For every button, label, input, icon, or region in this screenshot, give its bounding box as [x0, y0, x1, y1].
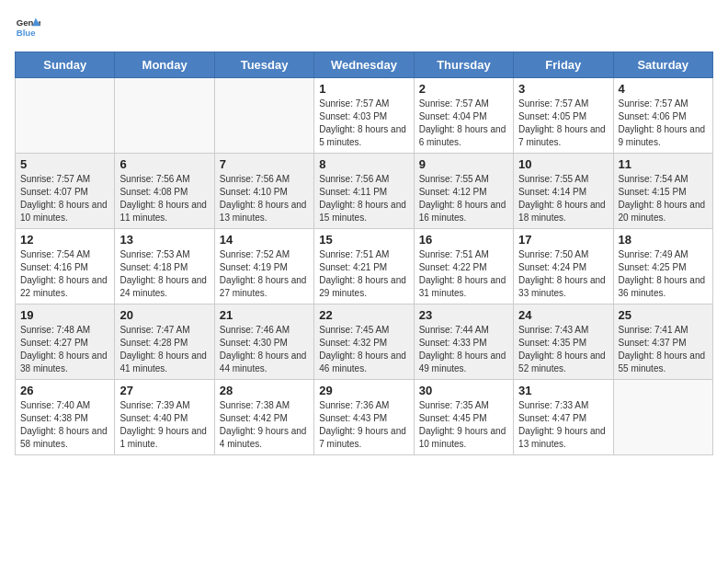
day-number: 10: [518, 157, 608, 171]
day-number: 4: [619, 82, 708, 96]
calendar-cell: 25Sunrise: 7:41 AM Sunset: 4:37 PM Dayli…: [613, 304, 712, 380]
day-number: 12: [20, 233, 109, 247]
cell-content: Sunrise: 7:41 AM Sunset: 4:37 PM Dayligh…: [619, 324, 708, 375]
calendar-cell: 23Sunrise: 7:44 AM Sunset: 4:33 PM Dayli…: [414, 304, 513, 380]
day-header-sunday: Sunday: [16, 52, 115, 78]
calendar-cell: 14Sunrise: 7:52 AM Sunset: 4:19 PM Dayli…: [214, 229, 313, 304]
calendar-cell: 20Sunrise: 7:47 AM Sunset: 4:28 PM Dayli…: [115, 304, 214, 380]
cell-content: Sunrise: 7:55 AM Sunset: 4:12 PM Dayligh…: [419, 173, 508, 224]
day-number: 14: [220, 233, 309, 247]
cell-content: Sunrise: 7:57 AM Sunset: 4:03 PM Dayligh…: [319, 98, 408, 149]
day-header-monday: Monday: [115, 52, 214, 78]
day-number: 8: [319, 157, 408, 171]
calendar-table: SundayMondayTuesdayWednesdayThursdayFrid…: [15, 52, 713, 455]
day-number: 5: [20, 157, 109, 171]
cell-content: Sunrise: 7:38 AM Sunset: 4:42 PM Dayligh…: [220, 399, 309, 451]
page-header: General Blue: [15, 15, 713, 40]
logo-icon: General Blue: [15, 15, 40, 40]
calendar-cell: 5Sunrise: 7:57 AM Sunset: 4:07 PM Daylig…: [16, 154, 115, 229]
day-number: 6: [119, 157, 209, 171]
cell-content: Sunrise: 7:57 AM Sunset: 4:04 PM Dayligh…: [419, 98, 508, 149]
cell-content: Sunrise: 7:51 AM Sunset: 4:22 PM Dayligh…: [419, 248, 508, 300]
calendar-cell: [16, 78, 115, 154]
cell-content: Sunrise: 7:48 AM Sunset: 4:27 PM Dayligh…: [20, 324, 109, 375]
cell-content: Sunrise: 7:44 AM Sunset: 4:33 PM Dayligh…: [419, 324, 508, 375]
cell-content: Sunrise: 7:49 AM Sunset: 4:25 PM Dayligh…: [619, 248, 708, 300]
calendar-cell: 10Sunrise: 7:55 AM Sunset: 4:14 PM Dayli…: [514, 154, 613, 229]
day-number: 22: [319, 308, 408, 322]
cell-content: Sunrise: 7:54 AM Sunset: 4:16 PM Dayligh…: [20, 248, 109, 300]
week-row-3: 12Sunrise: 7:54 AM Sunset: 4:16 PM Dayli…: [16, 229, 713, 304]
cell-content: Sunrise: 7:47 AM Sunset: 4:28 PM Dayligh…: [119, 324, 209, 375]
day-header-saturday: Saturday: [613, 52, 712, 78]
calendar-cell: [115, 78, 214, 154]
cell-content: Sunrise: 7:56 AM Sunset: 4:11 PM Dayligh…: [319, 173, 408, 224]
cell-content: Sunrise: 7:45 AM Sunset: 4:32 PM Dayligh…: [319, 324, 408, 375]
calendar-cell: 8Sunrise: 7:56 AM Sunset: 4:11 PM Daylig…: [314, 154, 414, 229]
calendar-cell: 31Sunrise: 7:33 AM Sunset: 4:47 PM Dayli…: [514, 380, 613, 455]
day-number: 17: [518, 233, 608, 247]
cell-content: Sunrise: 7:40 AM Sunset: 4:38 PM Dayligh…: [20, 399, 109, 451]
week-row-2: 5Sunrise: 7:57 AM Sunset: 4:07 PM Daylig…: [16, 154, 713, 229]
cell-content: Sunrise: 7:57 AM Sunset: 4:06 PM Dayligh…: [619, 98, 708, 149]
day-number: 9: [419, 157, 508, 171]
day-number: 16: [419, 233, 508, 247]
day-header-tuesday: Tuesday: [214, 52, 313, 78]
calendar-cell: 15Sunrise: 7:51 AM Sunset: 4:21 PM Dayli…: [314, 229, 414, 304]
day-number: 18: [619, 233, 708, 247]
calendar-cell: 24Sunrise: 7:43 AM Sunset: 4:35 PM Dayli…: [514, 304, 613, 380]
calendar-cell: 7Sunrise: 7:56 AM Sunset: 4:10 PM Daylig…: [214, 154, 313, 229]
calendar-cell: 4Sunrise: 7:57 AM Sunset: 4:06 PM Daylig…: [613, 78, 712, 154]
day-number: 15: [319, 233, 408, 247]
logo: General Blue: [15, 15, 40, 40]
day-number: 25: [619, 308, 708, 322]
cell-content: Sunrise: 7:43 AM Sunset: 4:35 PM Dayligh…: [518, 324, 608, 375]
cell-content: Sunrise: 7:35 AM Sunset: 4:45 PM Dayligh…: [419, 399, 508, 451]
calendar-cell: 26Sunrise: 7:40 AM Sunset: 4:38 PM Dayli…: [16, 380, 115, 455]
cell-content: Sunrise: 7:52 AM Sunset: 4:19 PM Dayligh…: [220, 248, 309, 300]
day-number: 24: [518, 308, 608, 322]
calendar-cell: 29Sunrise: 7:36 AM Sunset: 4:43 PM Dayli…: [314, 380, 414, 455]
day-number: 21: [220, 308, 309, 322]
calendar-cell: 27Sunrise: 7:39 AM Sunset: 4:40 PM Dayli…: [115, 380, 214, 455]
day-number: 27: [119, 384, 209, 397]
calendar-header-row: SundayMondayTuesdayWednesdayThursdayFrid…: [16, 52, 713, 78]
day-number: 3: [518, 82, 608, 96]
calendar-cell: 2Sunrise: 7:57 AM Sunset: 4:04 PM Daylig…: [414, 78, 513, 154]
week-row-5: 26Sunrise: 7:40 AM Sunset: 4:38 PM Dayli…: [16, 380, 713, 455]
day-number: 29: [319, 384, 408, 397]
day-number: 20: [119, 308, 209, 322]
calendar-cell: 17Sunrise: 7:50 AM Sunset: 4:24 PM Dayli…: [514, 229, 613, 304]
day-number: 2: [419, 82, 508, 96]
cell-content: Sunrise: 7:39 AM Sunset: 4:40 PM Dayligh…: [119, 399, 209, 451]
calendar-cell: 21Sunrise: 7:46 AM Sunset: 4:30 PM Dayli…: [214, 304, 313, 380]
calendar-cell: 30Sunrise: 7:35 AM Sunset: 4:45 PM Dayli…: [414, 380, 513, 455]
calendar-cell: 28Sunrise: 7:38 AM Sunset: 4:42 PM Dayli…: [214, 380, 313, 455]
cell-content: Sunrise: 7:57 AM Sunset: 4:05 PM Dayligh…: [518, 98, 608, 149]
calendar-cell: [214, 78, 313, 154]
calendar-cell: 18Sunrise: 7:49 AM Sunset: 4:25 PM Dayli…: [613, 229, 712, 304]
cell-content: Sunrise: 7:56 AM Sunset: 4:10 PM Dayligh…: [220, 173, 309, 224]
cell-content: Sunrise: 7:53 AM Sunset: 4:18 PM Dayligh…: [119, 248, 209, 300]
calendar-cell: 1Sunrise: 7:57 AM Sunset: 4:03 PM Daylig…: [314, 78, 414, 154]
day-number: 31: [518, 384, 608, 397]
cell-content: Sunrise: 7:46 AM Sunset: 4:30 PM Dayligh…: [220, 324, 309, 375]
svg-text:Blue: Blue: [17, 28, 36, 38]
day-number: 7: [220, 157, 309, 171]
calendar-cell: 6Sunrise: 7:56 AM Sunset: 4:08 PM Daylig…: [115, 154, 214, 229]
cell-content: Sunrise: 7:55 AM Sunset: 4:14 PM Dayligh…: [518, 173, 608, 224]
day-header-friday: Friday: [514, 52, 613, 78]
cell-content: Sunrise: 7:33 AM Sunset: 4:47 PM Dayligh…: [518, 399, 608, 451]
cell-content: Sunrise: 7:57 AM Sunset: 4:07 PM Dayligh…: [20, 173, 109, 224]
day-number: 1: [319, 82, 408, 96]
day-number: 13: [119, 233, 209, 247]
calendar-cell: 19Sunrise: 7:48 AM Sunset: 4:27 PM Dayli…: [16, 304, 115, 380]
calendar-cell: 12Sunrise: 7:54 AM Sunset: 4:16 PM Dayli…: [16, 229, 115, 304]
day-header-wednesday: Wednesday: [314, 52, 414, 78]
calendar-cell: 3Sunrise: 7:57 AM Sunset: 4:05 PM Daylig…: [514, 78, 613, 154]
day-number: 23: [419, 308, 508, 322]
calendar-cell: 9Sunrise: 7:55 AM Sunset: 4:12 PM Daylig…: [414, 154, 513, 229]
cell-content: Sunrise: 7:36 AM Sunset: 4:43 PM Dayligh…: [319, 399, 408, 451]
day-number: 30: [419, 384, 508, 397]
cell-content: Sunrise: 7:54 AM Sunset: 4:15 PM Dayligh…: [619, 173, 708, 224]
